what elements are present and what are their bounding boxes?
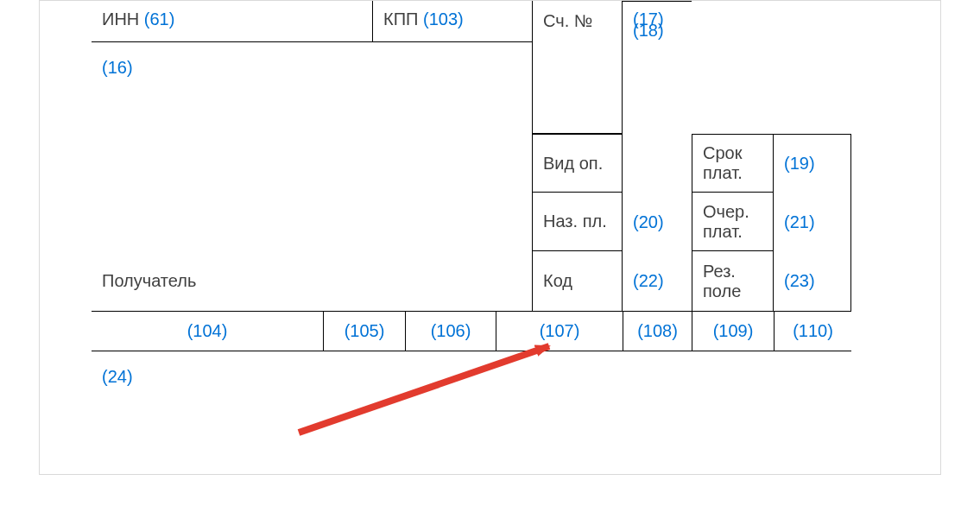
code-103[interactable]: (103) <box>423 9 464 28</box>
svg-line-1 <box>299 346 549 433</box>
cell-18: (18) <box>623 1 692 60</box>
cell-16: (16) <box>92 49 351 84</box>
cell-108: (108) <box>623 312 692 351</box>
code-109[interactable]: (109) <box>713 321 754 341</box>
code-20[interactable]: (20) <box>633 212 664 232</box>
cell-21: (21) <box>774 193 851 251</box>
cell-22: (22) <box>623 251 692 312</box>
code-19[interactable]: (19) <box>784 154 815 174</box>
label-srok-plat: Срок плат. <box>703 143 762 183</box>
grid-right-border <box>850 134 851 312</box>
cell-23: (23) <box>774 251 851 312</box>
cell-110: (110) <box>774 312 851 351</box>
label-vid-op: Вид оп. <box>543 154 603 174</box>
cell-kod: Код <box>532 251 623 312</box>
label-inn: ИНН <box>102 9 139 28</box>
cell-vid-op: Вид оп. <box>532 134 623 193</box>
cell-naz-pl: Наз. пл. <box>532 193 623 251</box>
cell-acct: Сч. № <box>532 1 623 134</box>
cell-kpp: КПП (103) <box>372 1 532 42</box>
code-108[interactable]: (108) <box>637 321 678 341</box>
code-24[interactable]: (24) <box>102 367 133 386</box>
label-rez-pole: Рез. поле <box>703 262 762 301</box>
code-110[interactable]: (110) <box>793 321 833 341</box>
cell-rez-pole: Рез. поле <box>692 251 774 312</box>
cell-24: (24) <box>92 358 195 393</box>
code-61[interactable]: (61) <box>144 9 175 28</box>
code-21[interactable]: (21) <box>784 212 815 232</box>
label-kod: Код <box>543 271 572 291</box>
code-22[interactable]: (22) <box>633 271 664 291</box>
label-kpp: КПП <box>383 9 418 28</box>
label-naz-pl: Наз. пл. <box>543 212 607 231</box>
cell-inn: ИНН (61) <box>92 1 372 42</box>
label-acct: Сч. № <box>543 11 592 30</box>
code-104[interactable]: (104) <box>187 321 228 341</box>
cell-recipient: Получатель <box>92 251 532 312</box>
code-18[interactable]: (18) <box>633 21 664 41</box>
code-16[interactable]: (16) <box>102 58 133 77</box>
label-recipient: Получатель <box>102 271 196 291</box>
cell-srok-plat: Срок плат. <box>692 134 774 193</box>
cell-19: (19) <box>774 134 851 193</box>
cell-104: (104) <box>92 312 323 351</box>
cell-ocher-plat: Очер. плат. <box>692 193 774 251</box>
cell-20: (20) <box>623 193 692 251</box>
code-23[interactable]: (23) <box>784 271 815 291</box>
arrow-icon <box>290 338 584 441</box>
label-ocher-plat: Очер. плат. <box>703 202 762 242</box>
cell-109: (109) <box>692 312 774 351</box>
document-frame: ИНН (61) КПП (103) Сч. № (17) (16) Вид о… <box>39 0 941 475</box>
